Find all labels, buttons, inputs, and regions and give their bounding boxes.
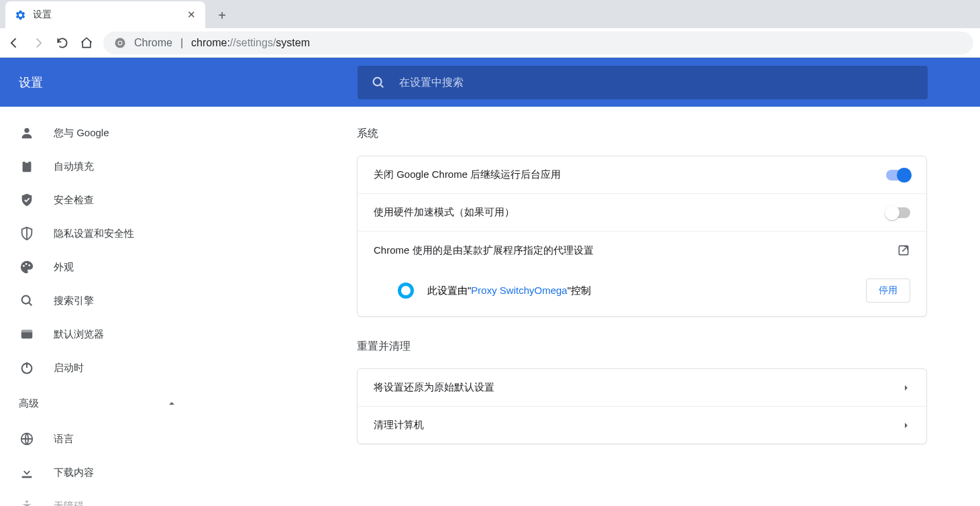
- new-tab-button[interactable]: +: [212, 5, 232, 26]
- row-label: 将设置还原为原始默认设置: [374, 381, 902, 394]
- sidebar-item-label: 无障碍: [54, 500, 84, 507]
- section-title-system: 系统: [357, 127, 927, 141]
- sidebar-item-label: 启动时: [54, 362, 84, 374]
- svg-point-10: [22, 296, 30, 304]
- search-icon: [371, 75, 386, 90]
- back-button[interactable]: [7, 36, 21, 50]
- search-input[interactable]: [399, 77, 914, 89]
- browser-icon: [19, 326, 35, 342]
- chevron-right-icon: [902, 421, 910, 429]
- svg-rect-12: [21, 330, 33, 333]
- row-label: 清理计算机: [374, 419, 902, 432]
- svg-point-2: [119, 41, 122, 44]
- row-restore-defaults[interactable]: 将设置还原为原始默认设置: [358, 369, 926, 407]
- svg-point-8: [25, 263, 28, 265]
- row-proxy[interactable]: Chrome 使用的是由某款扩展程序指定的代理设置: [358, 232, 926, 269]
- row-cleanup[interactable]: 清理计算机: [358, 407, 926, 444]
- chrome-icon: [114, 37, 126, 49]
- row-label: Chrome 使用的是由某款扩展程序指定的代理设置: [374, 244, 897, 257]
- svg-point-7: [23, 265, 25, 267]
- svg-point-4: [24, 128, 29, 133]
- row-background-apps: 关闭 Google Chrome 后继续运行后台应用: [358, 156, 926, 194]
- shield-icon: [19, 225, 35, 242]
- sidebar-item-privacy[interactable]: 隐私设置和安全性: [0, 217, 221, 250]
- svg-point-9: [28, 264, 30, 266]
- chevron-right-icon: [902, 384, 910, 392]
- extension-badge-icon: [398, 283, 414, 299]
- sidebar-item-label: 默认浏览器: [54, 328, 104, 341]
- row-label: 使用硬件加速模式（如果可用）: [374, 206, 886, 219]
- sidebar-item-label: 您与 Google: [54, 127, 109, 140]
- sidebar-item-downloads[interactable]: 下载内容: [0, 456, 221, 489]
- sidebar-item-label: 语言: [54, 433, 74, 446]
- sidebar-item-people[interactable]: 您与 Google: [0, 116, 221, 150]
- toggle-hw-accel[interactable]: [886, 207, 910, 218]
- settings-sidebar: 您与 Google 自动填充 安全检查 隐私设置和安全性 外观 搜索引擎 默认浏…: [0, 107, 221, 506]
- extension-controlled-text: 此设置由"Proxy SwitchyOmega"控制: [427, 285, 591, 297]
- sidebar-item-label: 搜索引擎: [54, 295, 94, 307]
- reload-button[interactable]: [55, 36, 70, 50]
- search-icon: [19, 293, 35, 309]
- svg-rect-5: [23, 162, 32, 172]
- browser-tab-settings[interactable]: 设置 ✕: [5, 1, 205, 28]
- clipboard-icon: [19, 158, 35, 174]
- palette-icon: [19, 259, 35, 275]
- sidebar-advanced-toggle[interactable]: 高级: [0, 385, 221, 422]
- sidebar-advanced-label: 高级: [19, 397, 39, 410]
- browser-toolbar: Chrome | chrome://settings/system: [0, 28, 980, 58]
- sidebar-item-label: 自动填充: [54, 160, 94, 173]
- settings-search[interactable]: [358, 66, 928, 99]
- url-label: Chrome: [134, 37, 172, 49]
- sidebar-item-language[interactable]: 语言: [0, 422, 221, 456]
- shield-check-icon: [19, 192, 35, 208]
- sidebar-item-autofill[interactable]: 自动填充: [0, 150, 221, 183]
- settings-main: 系统 关闭 Google Chrome 后继续运行后台应用 使用硬件加速模式（如…: [221, 107, 980, 506]
- toggle-background-apps[interactable]: [886, 170, 910, 181]
- sidebar-item-default-browser[interactable]: 默认浏览器: [0, 317, 221, 351]
- download-icon: [19, 464, 35, 480]
- row-proxy-extension: 此设置由"Proxy SwitchyOmega"控制 停用: [358, 269, 926, 316]
- svg-point-3: [374, 77, 382, 85]
- sidebar-item-appearance[interactable]: 外观: [0, 250, 221, 284]
- section-title-reset: 重置并清理: [357, 340, 927, 354]
- svg-rect-6: [25, 160, 29, 163]
- chevron-up-icon: [168, 399, 176, 407]
- row-label: 关闭 Google Chrome 后继续运行后台应用: [374, 168, 886, 181]
- url-text: chrome://settings/system: [191, 37, 310, 49]
- sidebar-item-label: 隐私设置和安全性: [54, 227, 134, 240]
- forward-button[interactable]: [31, 36, 46, 50]
- globe-icon: [19, 431, 35, 447]
- sidebar-item-search[interactable]: 搜索引擎: [0, 284, 221, 317]
- tab-title: 设置: [33, 9, 180, 21]
- address-bar[interactable]: Chrome | chrome://settings/system: [103, 32, 973, 54]
- sidebar-item-label: 外观: [54, 261, 74, 274]
- accessibility-icon: [19, 498, 35, 506]
- disable-extension-button[interactable]: 停用: [866, 279, 910, 303]
- reset-card: 将设置还原为原始默认设置 清理计算机: [357, 368, 927, 444]
- home-button[interactable]: [79, 36, 94, 50]
- close-icon[interactable]: ✕: [187, 9, 196, 21]
- row-hw-accel: 使用硬件加速模式（如果可用）: [358, 194, 926, 232]
- sidebar-item-accessibility[interactable]: 无障碍: [0, 489, 221, 506]
- sidebar-item-safety[interactable]: 安全检查: [0, 183, 221, 217]
- gear-icon: [15, 9, 26, 21]
- person-icon: [19, 125, 35, 141]
- settings-header: 设置: [0, 58, 980, 107]
- browser-tab-strip: 设置 ✕ +: [0, 0, 980, 28]
- sidebar-item-label: 下载内容: [54, 466, 94, 479]
- power-icon: [19, 360, 35, 376]
- url-separator: |: [180, 37, 183, 49]
- open-external-icon: [897, 244, 910, 257]
- page-title: 设置: [19, 74, 43, 91]
- sidebar-item-label: 安全检查: [54, 194, 94, 207]
- system-card: 关闭 Google Chrome 后继续运行后台应用 使用硬件加速模式（如果可用…: [357, 156, 927, 317]
- sidebar-item-startup[interactable]: 启动时: [0, 351, 221, 385]
- svg-point-15: [25, 501, 28, 503]
- extension-name-link[interactable]: Proxy SwitchyOmega: [471, 285, 567, 296]
